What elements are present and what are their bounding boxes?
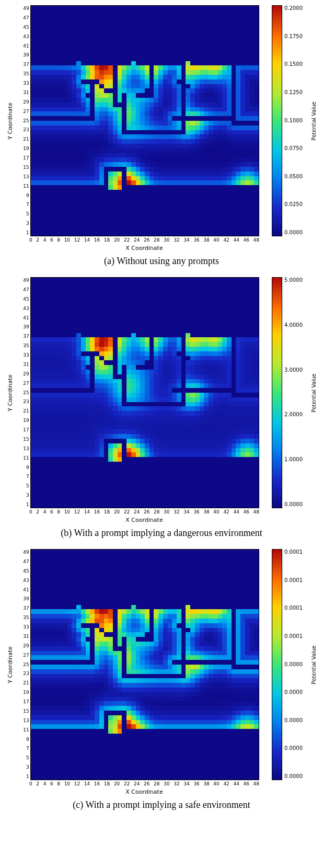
y-axis-ticks: 1357911131517192123252729313335373941434… bbox=[15, 277, 30, 508]
colorbar-label: Potential Value bbox=[311, 645, 317, 684]
x-axis-ticks: 0246810121416182022242628303234363840424… bbox=[29, 508, 259, 515]
subplot-caption: (b) With a prompt implying a dangerous e… bbox=[5, 528, 318, 539]
colorbar bbox=[272, 277, 282, 508]
x-axis-ticks: 0246810121416182022242628303234363840424… bbox=[29, 236, 259, 243]
subplot-caption: (c) With a prompt implying a safe enviro… bbox=[5, 800, 318, 810]
x-axis-label: X Coordinate bbox=[29, 245, 259, 252]
colorbar-label: Potential Value bbox=[311, 101, 317, 140]
colorbar-ticks: 0.00010.00010.00010.00010.00000.00000.00… bbox=[282, 549, 309, 779]
y-axis-label: Y Coordinate bbox=[7, 646, 14, 683]
x-axis-label: X Coordinate bbox=[29, 517, 259, 523]
x-axis-label: X Coordinate bbox=[29, 789, 259, 795]
heatmap-2 bbox=[30, 549, 259, 780]
y-axis-label: Y Coordinate bbox=[7, 102, 14, 140]
chart-panel-1: Y Coordinate1357911131517192123252729313… bbox=[5, 277, 318, 539]
colorbar bbox=[272, 5, 282, 236]
colorbar-ticks: 5.00004.00003.00002.00001.00000.0000 bbox=[282, 277, 309, 507]
chart-panel-2: Y Coordinate1357911131517192123252729313… bbox=[5, 549, 318, 810]
chart-panel-0: Y Coordinate1357911131517192123252729313… bbox=[5, 5, 318, 267]
heatmap-0 bbox=[30, 5, 259, 236]
y-axis-ticks: 1357911131517192123252729313335373941434… bbox=[15, 5, 30, 236]
y-axis-label: Y Coordinate bbox=[7, 374, 14, 412]
subplot-caption: (a) Without using any prompts bbox=[5, 256, 318, 267]
y-axis-ticks: 1357911131517192123252729313335373941434… bbox=[15, 549, 30, 780]
colorbar-ticks: 0.20000.17500.15000.12500.10000.07500.05… bbox=[282, 5, 309, 235]
x-axis-ticks: 0246810121416182022242628303234363840424… bbox=[29, 780, 259, 786]
heatmap-1 bbox=[30, 277, 259, 508]
colorbar bbox=[272, 549, 282, 780]
colorbar-label: Potential Value bbox=[311, 373, 317, 412]
